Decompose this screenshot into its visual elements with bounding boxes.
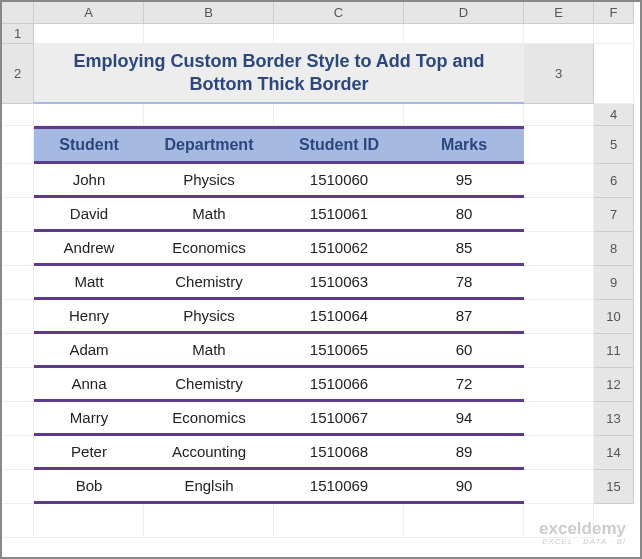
table-row[interactable]: 94	[404, 402, 524, 436]
row-header-4[interactable]: 4	[594, 104, 634, 126]
cell-B3[interactable]	[34, 104, 144, 126]
cell-F8[interactable]	[524, 266, 594, 300]
title-cell[interactable]: Employing Custom Border Style to Add Top…	[34, 44, 524, 104]
cell-F6[interactable]	[524, 198, 594, 232]
table-row[interactable]: Physics	[144, 300, 274, 334]
cell-A1[interactable]	[34, 24, 144, 44]
table-row[interactable]: Andrew	[34, 232, 144, 266]
row-header-11[interactable]: 11	[594, 334, 634, 368]
row-header-6[interactable]: 6	[594, 164, 634, 198]
row-header-8[interactable]: 8	[594, 232, 634, 266]
cell-A14[interactable]	[2, 470, 34, 504]
table-row[interactable]: Accounting	[144, 436, 274, 470]
table-row[interactable]: Englsih	[144, 470, 274, 504]
col-header-E[interactable]: E	[524, 2, 594, 24]
cell-A10[interactable]	[2, 334, 34, 368]
cell-A3[interactable]	[2, 104, 34, 126]
table-row[interactable]: 60	[404, 334, 524, 368]
cell-F2[interactable]	[594, 44, 634, 104]
cell-A8[interactable]	[2, 266, 34, 300]
table-row[interactable]: Anna	[34, 368, 144, 402]
row-header-14[interactable]: 14	[594, 436, 634, 470]
table-row[interactable]: Chemistry	[144, 266, 274, 300]
table-row[interactable]: 1510063	[274, 266, 404, 300]
cell-D15[interactable]	[274, 504, 404, 538]
row-header-13[interactable]: 13	[594, 402, 634, 436]
row-header-1[interactable]: 1	[2, 24, 34, 44]
row-header-10[interactable]: 10	[594, 300, 634, 334]
table-row[interactable]: 1510068	[274, 436, 404, 470]
table-row[interactable]: Economics	[144, 232, 274, 266]
col-header-B[interactable]: B	[144, 2, 274, 24]
row-header-12[interactable]: 12	[594, 368, 634, 402]
table-row[interactable]: Economics	[144, 402, 274, 436]
table-row[interactable]: 78	[404, 266, 524, 300]
col-header-A[interactable]: A	[34, 2, 144, 24]
cell-F1[interactable]	[594, 24, 634, 44]
table-row[interactable]: 1510064	[274, 300, 404, 334]
cell-A13[interactable]	[2, 436, 34, 470]
header-student[interactable]: Student	[34, 126, 144, 164]
cell-F14[interactable]	[524, 470, 594, 504]
table-row[interactable]: 87	[404, 300, 524, 334]
table-row[interactable]: 1510062	[274, 232, 404, 266]
table-row[interactable]: 1510061	[274, 198, 404, 232]
table-row[interactable]: 95	[404, 164, 524, 198]
cell-A11[interactable]	[2, 368, 34, 402]
cell-B1[interactable]	[144, 24, 274, 44]
table-row[interactable]: 1510069	[274, 470, 404, 504]
header-department[interactable]: Department	[144, 126, 274, 164]
cell-F5[interactable]	[524, 164, 594, 198]
table-row[interactable]: Chemistry	[144, 368, 274, 402]
select-all-corner[interactable]	[2, 2, 34, 24]
table-row[interactable]: 89	[404, 436, 524, 470]
header-marks[interactable]: Marks	[404, 126, 524, 164]
col-header-F[interactable]: F	[594, 2, 634, 24]
cell-F3[interactable]	[524, 104, 594, 126]
cell-D1[interactable]	[404, 24, 524, 44]
table-row[interactable]: 85	[404, 232, 524, 266]
table-row[interactable]: Bob	[34, 470, 144, 504]
row-header-15[interactable]: 15	[594, 470, 634, 504]
table-row[interactable]: David	[34, 198, 144, 232]
row-header-7[interactable]: 7	[594, 198, 634, 232]
cell-A12[interactable]	[2, 402, 34, 436]
table-row[interactable]: 72	[404, 368, 524, 402]
table-row[interactable]: 1510060	[274, 164, 404, 198]
cell-E15[interactable]	[404, 504, 524, 538]
cell-A4[interactable]	[2, 126, 34, 164]
col-header-C[interactable]: C	[274, 2, 404, 24]
row-header-2[interactable]: 2	[2, 44, 34, 104]
cell-F7[interactable]	[524, 232, 594, 266]
cell-A5[interactable]	[2, 164, 34, 198]
cell-F15[interactable]	[524, 504, 594, 538]
cell-C3[interactable]	[144, 104, 274, 126]
table-row[interactable]: John	[34, 164, 144, 198]
table-row[interactable]: 1510066	[274, 368, 404, 402]
col-header-D[interactable]: D	[404, 2, 524, 24]
table-row[interactable]: Math	[144, 334, 274, 368]
cell-A15[interactable]	[2, 504, 34, 538]
cell-E3[interactable]	[404, 104, 524, 126]
cell-A7[interactable]	[2, 232, 34, 266]
cell-C15[interactable]	[144, 504, 274, 538]
row-header-5[interactable]: 5	[594, 126, 634, 164]
cell-D3[interactable]	[274, 104, 404, 126]
table-row[interactable]: 80	[404, 198, 524, 232]
cell-A6[interactable]	[2, 198, 34, 232]
table-row[interactable]: Peter	[34, 436, 144, 470]
cell-F11[interactable]	[524, 368, 594, 402]
cell-F9[interactable]	[524, 300, 594, 334]
cell-B15[interactable]	[34, 504, 144, 538]
cell-E1[interactable]	[524, 24, 594, 44]
table-row[interactable]: Adam	[34, 334, 144, 368]
table-row[interactable]: 1510065	[274, 334, 404, 368]
table-row[interactable]: 1510067	[274, 402, 404, 436]
header-student-id[interactable]: Student ID	[274, 126, 404, 164]
cell-F4[interactable]	[524, 126, 594, 164]
row-header-3[interactable]: 3	[524, 44, 594, 104]
table-row[interactable]: Physics	[144, 164, 274, 198]
table-row[interactable]: Matt	[34, 266, 144, 300]
table-row[interactable]: Henry	[34, 300, 144, 334]
cell-C1[interactable]	[274, 24, 404, 44]
